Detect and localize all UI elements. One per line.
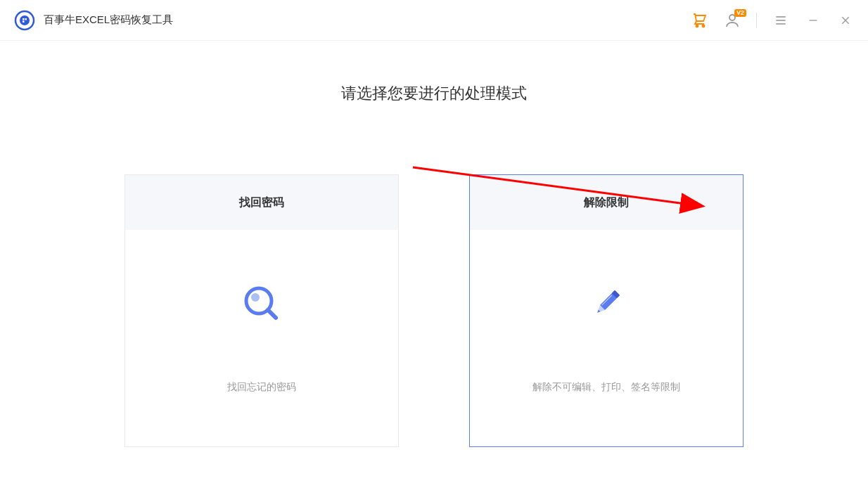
card-remove-restriction[interactable]: 解除限制 解除不可编辑、打印、签名等限制 [469, 174, 743, 447]
svg-point-5 [696, 25, 698, 27]
page-heading: 请选择您要进行的处理模式 [341, 83, 527, 104]
card-recover-password[interactable]: 找回密码 找回忘记的密码 [125, 174, 399, 447]
user-icon[interactable]: V2 [724, 12, 741, 29]
main-content: 请选择您要进行的处理模式 找回密码 找回忘记的密码 解除限制 [0, 41, 868, 447]
svg-point-1 [20, 15, 30, 25]
card-body: 找回忘记的密码 [125, 230, 398, 446]
close-icon[interactable] [837, 12, 854, 29]
mode-cards: 找回密码 找回忘记的密码 解除限制 [125, 174, 743, 447]
pencil-edit-icon [585, 283, 627, 325]
card-title: 找回密码 [125, 175, 398, 230]
card-desc: 找回忘记的密码 [227, 381, 296, 394]
svg-rect-3 [25, 18, 27, 20]
svg-line-16 [268, 310, 276, 318]
titlebar-left: 百事牛EXCEL密码恢复工具 [14, 10, 173, 31]
titlebar: 百事牛EXCEL密码恢复工具 V2 [0, 0, 868, 41]
card-desc: 解除不可编辑、打印、签名等限制 [532, 381, 680, 394]
card-title: 解除限制 [470, 175, 743, 230]
svg-rect-2 [23, 18, 25, 20]
app-logo-icon [14, 10, 35, 31]
svg-rect-4 [23, 20, 25, 22]
minimize-icon[interactable] [805, 12, 822, 29]
user-badge: V2 [734, 9, 746, 17]
search-magnify-icon [241, 283, 283, 325]
svg-point-15 [251, 293, 260, 302]
menu-icon[interactable] [772, 12, 789, 29]
svg-point-6 [703, 25, 705, 27]
titlebar-right: V2 [691, 12, 854, 29]
titlebar-divider [756, 13, 757, 28]
card-body: 解除不可编辑、打印、签名等限制 [470, 230, 743, 446]
app-title: 百事牛EXCEL密码恢复工具 [44, 13, 173, 27]
cart-icon[interactable] [691, 12, 708, 29]
